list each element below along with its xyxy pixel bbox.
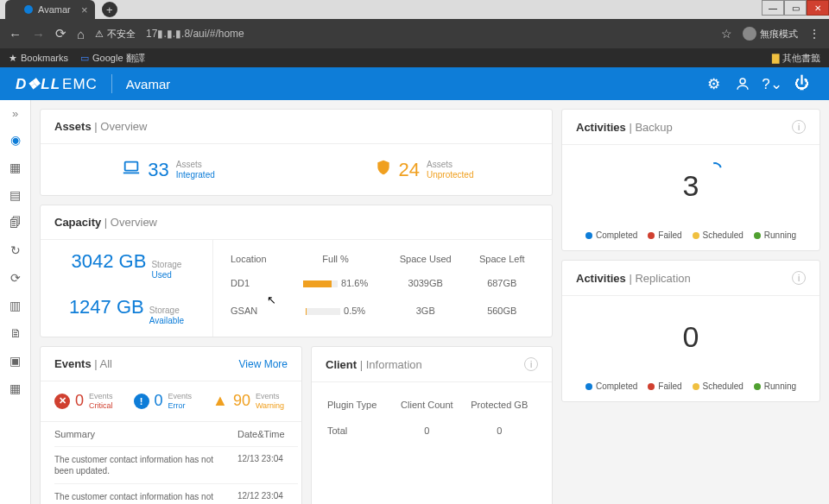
table-row: DD1 81.6% 3039GB687GB bbox=[227, 269, 538, 297]
reload-button[interactable]: ⟳ bbox=[55, 26, 66, 41]
events-critical[interactable]: ✕ 0 EventsCritical bbox=[54, 392, 113, 411]
sidebar-dashboard-icon[interactable]: ◉ bbox=[8, 132, 23, 148]
sidebar-activity-icon[interactable]: ⟳ bbox=[8, 270, 23, 286]
bookmarks-link[interactable]: ★ Bookmarks bbox=[9, 53, 68, 64]
asset-unprotected-count: 24 bbox=[399, 159, 420, 181]
sidebar: » ◉ ▦ ▤ 🗐 ↻ ⟳ ▥ 🗎 ▣ ▦ bbox=[0, 100, 31, 504]
events-card: Events | All View More ✕ 0 EventsCritica… bbox=[40, 346, 302, 504]
window-maximize-button[interactable]: ▭ bbox=[784, 0, 807, 16]
sidebar-reports-icon[interactable]: 🗎 bbox=[8, 325, 23, 341]
sidebar-backup-icon[interactable]: 🗐 bbox=[8, 215, 23, 230]
brand-logo: D❖LL EMC bbox=[16, 75, 98, 93]
activities-legend: Completed Failed Scheduled Running bbox=[562, 368, 820, 401]
sidebar-expand-button[interactable]: » bbox=[12, 107, 18, 120]
asset-unprotected[interactable]: 24 Assets Unprotected bbox=[296, 158, 552, 181]
list-item[interactable]: The customer contact information has not… bbox=[54, 483, 298, 504]
warning-icon: ⚠ bbox=[95, 28, 104, 40]
client-card: Client | Information i Plugin Type Clien… bbox=[311, 346, 553, 504]
content: Assets | Overview 33 Assets Integrated bbox=[31, 100, 829, 504]
activities-backup-card: Activities | Backup i 3 Completed Failed… bbox=[561, 109, 820, 251]
window-controls: — ▭ ✕ bbox=[762, 0, 829, 16]
user-icon[interactable] bbox=[731, 72, 755, 96]
client-table: Plugin Type Client Count Protected GB To… bbox=[326, 393, 538, 446]
incognito-badge[interactable]: 無痕模式 bbox=[743, 27, 798, 41]
events-view-more-link[interactable]: View More bbox=[239, 358, 288, 370]
capacity-title: Capacity | Overview bbox=[54, 216, 157, 229]
warning-icon: ▲ bbox=[212, 392, 228, 410]
settings-gear-icon[interactable]: ⚙ bbox=[701, 72, 725, 96]
events-list[interactable]: Summary Date&Time The customer contact i… bbox=[41, 422, 301, 504]
google-translate-link[interactable]: ▭ Google 翻譯 bbox=[80, 52, 145, 65]
sidebar-restore-icon[interactable]: ↻ bbox=[8, 243, 23, 258]
power-icon[interactable]: ⏻ bbox=[789, 72, 813, 96]
dot-running-icon bbox=[754, 232, 761, 239]
capacity-available: 1247 GB StorageAvailable bbox=[69, 296, 184, 326]
bookmark-star-icon[interactable]: ☆ bbox=[721, 27, 732, 41]
app-header: D❖LL EMC Avamar ⚙ ?⌄ ⏻ bbox=[0, 67, 829, 100]
info-icon[interactable]: i bbox=[792, 271, 806, 285]
browser-tab[interactable]: Avamar × bbox=[5, 0, 95, 19]
dot-scheduled-icon bbox=[693, 232, 699, 239]
product-name: Avamar bbox=[126, 77, 170, 91]
dot-running-icon bbox=[754, 383, 761, 390]
critical-icon: ✕ bbox=[54, 394, 70, 409]
back-button[interactable]: ← bbox=[9, 27, 22, 41]
brand-divider bbox=[111, 74, 112, 93]
activities-replication-card: Activities | Replication i 0 Completed F… bbox=[561, 260, 820, 402]
events-title: Events | All bbox=[54, 357, 112, 370]
window-minimize-button[interactable]: — bbox=[762, 0, 784, 16]
activities-backup-count: 3 bbox=[562, 169, 820, 203]
dot-completed-icon bbox=[585, 232, 592, 239]
asset-integrated-count: 33 bbox=[148, 159, 168, 181]
incognito-icon bbox=[743, 27, 756, 41]
forward-button[interactable]: → bbox=[32, 27, 45, 41]
tab-close-icon[interactable]: × bbox=[81, 3, 88, 16]
list-item[interactable]: The customer contact information has not… bbox=[54, 446, 298, 483]
folder-icon: ▇ bbox=[772, 53, 779, 64]
tab-favicon bbox=[24, 5, 33, 14]
activities-backup-title: Activities | Backup bbox=[576, 121, 673, 134]
assets-title: Assets | Overview bbox=[54, 120, 147, 133]
events-error[interactable]: ! 0 EventsError bbox=[134, 392, 193, 411]
activities-legend: Completed Failed Scheduled Running bbox=[562, 217, 820, 250]
table-row: Total 0 0 bbox=[327, 417, 536, 444]
secure-label: 不安全 bbox=[107, 28, 136, 41]
sidebar-server-icon[interactable]: ▥ bbox=[8, 298, 23, 313]
svg-point-0 bbox=[740, 79, 745, 84]
activities-replication-count: 0 bbox=[562, 320, 820, 354]
browser-menu-button[interactable]: ⋮ bbox=[808, 27, 820, 41]
sidebar-admin-icon[interactable]: ▦ bbox=[8, 381, 23, 396]
dot-completed-icon bbox=[585, 383, 592, 390]
brand-emc: EMC bbox=[62, 76, 98, 93]
incognito-label: 無痕模式 bbox=[760, 28, 798, 41]
insecure-badge[interactable]: ⚠ 不安全 bbox=[95, 28, 136, 41]
svg-rect-1 bbox=[125, 162, 138, 171]
info-icon[interactable]: i bbox=[524, 357, 538, 371]
capacity-table: Location Full % Space Used Space Left DD… bbox=[227, 249, 538, 324]
table-row: GSAN 0.5% 3GB560GB bbox=[227, 297, 538, 324]
tab-title: Avamar bbox=[38, 4, 71, 15]
new-tab-button[interactable]: + bbox=[102, 2, 117, 17]
error-icon: ! bbox=[134, 394, 149, 409]
laptop-icon bbox=[122, 158, 141, 181]
sidebar-events-icon[interactable]: ▣ bbox=[8, 353, 23, 369]
home-button[interactable]: ⌂ bbox=[77, 27, 85, 41]
client-title: Client | Information bbox=[326, 358, 422, 371]
app-body: » ◉ ▦ ▤ 🗐 ↻ ⟳ ▥ 🗎 ▣ ▦ Assets | Overview bbox=[0, 100, 829, 504]
dot-failed-icon bbox=[648, 232, 655, 239]
window-close-button[interactable]: ✕ bbox=[807, 0, 829, 16]
activities-replication-title: Activities | Replication bbox=[576, 272, 691, 285]
other-bookmarks-folder[interactable]: ▇ 其他書籤 bbox=[772, 52, 820, 65]
sidebar-assets-icon[interactable]: ▦ bbox=[8, 160, 23, 175]
shield-icon bbox=[375, 159, 392, 180]
info-icon[interactable]: i bbox=[792, 120, 806, 134]
browser-chrome: Avamar × + — ▭ ✕ ← → ⟳ ⌂ ⚠ 不安全 17▮.▮.▮.8… bbox=[0, 0, 829, 67]
dot-failed-icon bbox=[648, 383, 655, 390]
capacity-card: Capacity | Overview 3042 GB StorageUsed … bbox=[40, 205, 553, 337]
brand-dell: D❖LL bbox=[16, 75, 60, 93]
url-text[interactable]: 17▮.▮.▮.8/aui/#/home bbox=[146, 28, 711, 40]
asset-integrated[interactable]: 33 Assets Integrated bbox=[41, 158, 296, 181]
help-icon[interactable]: ?⌄ bbox=[760, 72, 784, 96]
events-warning[interactable]: ▲ 90 EventsWarning bbox=[212, 392, 284, 411]
sidebar-policy-icon[interactable]: ▤ bbox=[8, 187, 23, 203]
